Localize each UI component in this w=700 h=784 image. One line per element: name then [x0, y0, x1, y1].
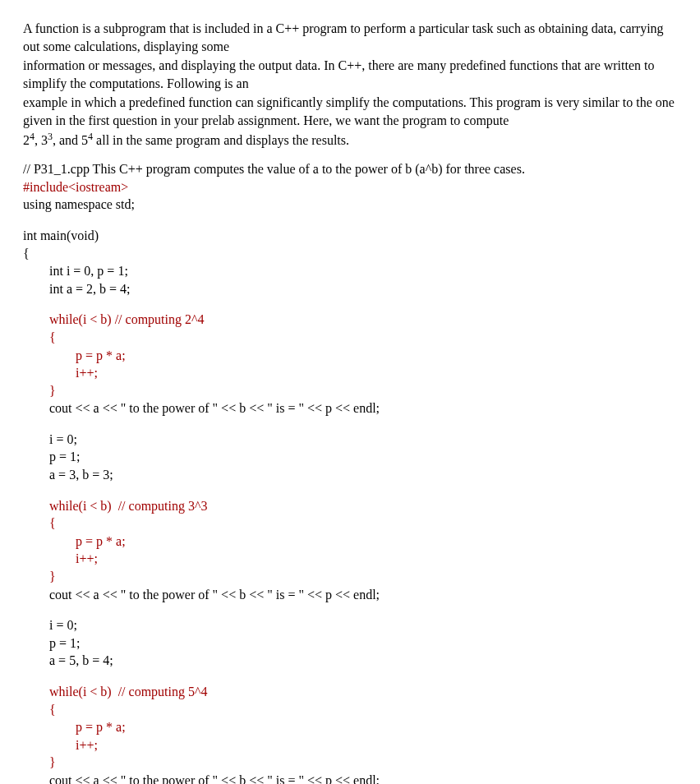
- code-decl-ip: int i = 0, p = 1;: [23, 262, 677, 280]
- intro-line-3: example in which a predefined function c…: [23, 94, 677, 129]
- intro-tail: all in the same program and displays the…: [93, 133, 349, 147]
- code-brace-open-main: {: [23, 245, 677, 263]
- code-comment-title: // P31_1.cpp This C++ program computes t…: [23, 160, 677, 178]
- code-inc-2: i++;: [23, 550, 677, 568]
- code-brace-open-3: {: [23, 701, 677, 719]
- intro-line-2: information or messages, and displaying …: [23, 57, 677, 92]
- code-reset-i-3: i = 0;: [23, 616, 677, 634]
- code-brace-open-1: {: [23, 329, 677, 347]
- intro-base-1: 2: [23, 133, 30, 147]
- code-inc-1: i++;: [23, 364, 677, 382]
- intro-base-3: , and 5: [53, 133, 88, 147]
- code-mult-2: p = p * a;: [23, 533, 677, 551]
- code-main-sig: int main(void): [23, 227, 677, 245]
- code-mult-1: p = p * a;: [23, 347, 677, 365]
- intro-paragraph: A function is a subprogram that is inclu…: [23, 20, 677, 149]
- intro-line-1: A function is a subprogram that is inclu…: [23, 20, 677, 55]
- code-while-3: while(i < b) // computing 5^4: [23, 683, 677, 701]
- code-reset-p-2: p = 1;: [23, 448, 677, 466]
- code-using: using namespace std;: [23, 196, 677, 214]
- code-reset-p-3: p = 1;: [23, 634, 677, 653]
- code-brace-close-1: }: [23, 382, 677, 400]
- code-cout-1: cout << a << " to the power of " << b <<…: [23, 399, 677, 417]
- intro-base-2: , 3: [35, 133, 48, 147]
- code-block: // P31_1.cpp This C++ program computes t…: [23, 160, 677, 784]
- code-reset-i-2: i = 0;: [23, 431, 677, 449]
- intro-line-4: 24, 33, and 54 all in the same program a…: [23, 131, 677, 150]
- code-decl-ab: int a = 2, b = 4;: [23, 280, 677, 298]
- code-cout-2: cout << a << " to the power of " << b <<…: [23, 586, 677, 604]
- code-while-2: while(i < b) // computing 3^3: [23, 497, 677, 515]
- code-assign-ab-3: a = 5, b = 4;: [23, 652, 677, 670]
- code-assign-ab-2: a = 3, b = 3;: [23, 466, 677, 484]
- code-include: #include<iostream>: [23, 178, 677, 196]
- code-brace-close-3: }: [23, 754, 677, 772]
- code-cout-3: cout << a << " to the power of " << b <<…: [23, 772, 677, 784]
- code-while-1: while(i < b) // computing 2^4: [23, 311, 677, 329]
- code-mult-3: p = p * a;: [23, 718, 677, 736]
- code-inc-3: i++;: [23, 736, 677, 754]
- code-brace-open-2: {: [23, 514, 677, 533]
- code-brace-close-2: }: [23, 568, 677, 586]
